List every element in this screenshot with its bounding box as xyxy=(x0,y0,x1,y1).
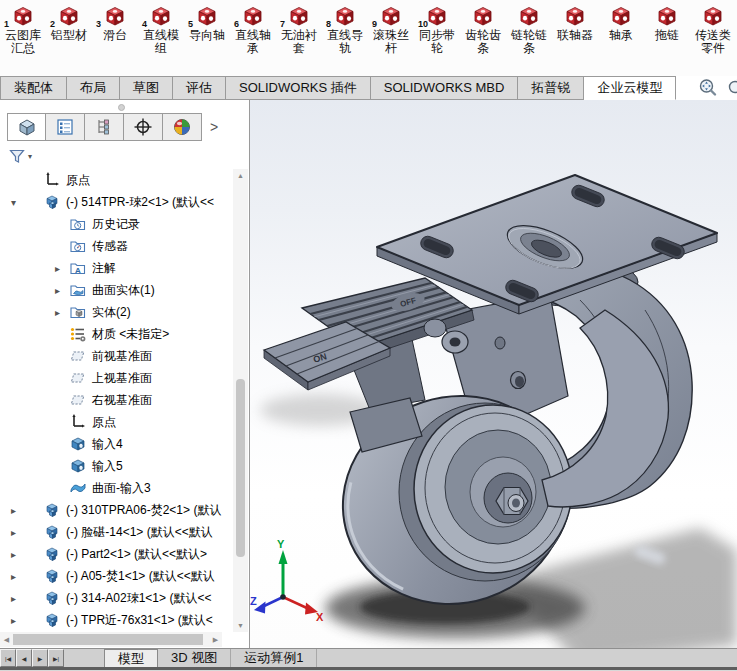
tab-assembly[interactable]: 装配体 xyxy=(0,76,67,100)
tree-horizontal-scrollbar[interactable]: ◀ ▶ xyxy=(0,632,222,647)
tree-item-label: (-) A05-焚1<1> (默认<<默认 xyxy=(66,568,215,585)
tree-item-sensors[interactable]: 传感器 xyxy=(0,235,234,257)
toolbar-item-label: 滚珠丝杆 xyxy=(368,29,414,55)
toolbar-item-linear-bearing[interactable]: 6 直线轴承 xyxy=(230,4,276,55)
toolbar-item-ballscrew[interactable]: 9 滚珠丝杆 xyxy=(368,4,414,55)
tree-item-surface-import3[interactable]: 曲面-输入3 xyxy=(0,477,234,499)
filter-funnel-icon[interactable] xyxy=(9,149,25,164)
tree-item-component[interactable]: ▸ (-) A05-焚1<1> (默认<<默认 xyxy=(0,565,234,587)
scroll-right-icon[interactable]: ▶ xyxy=(209,632,222,647)
previous-study-button[interactable]: ◀ xyxy=(16,649,32,667)
tree-item-material[interactable]: 材质 <未指定> xyxy=(0,323,234,345)
tab-layout[interactable]: 布局 xyxy=(67,76,120,100)
tab-displaymanager[interactable] xyxy=(163,113,202,141)
toolbar-item-coupling[interactable]: 联轴器 xyxy=(552,4,598,42)
toolbar-item-sprocket-chain[interactable]: 链轮链条 xyxy=(506,4,552,55)
shortcut-badge: 8 xyxy=(326,19,331,29)
toolbar-item-aluminum[interactable]: 2 铝型材 xyxy=(46,4,92,42)
expander-icon[interactable]: ▸ xyxy=(6,615,21,626)
tab-solidworks-addins[interactable]: SOLIDWORKS 插件 xyxy=(226,76,371,100)
tree-item-import5[interactable]: 输入5 xyxy=(0,455,234,477)
expander-icon[interactable]: ▸ xyxy=(6,505,21,516)
expander-icon[interactable]: ▸ xyxy=(6,549,21,560)
tree-item-history[interactable]: 历史记录 xyxy=(0,213,234,235)
panel-splitter-handle[interactable] xyxy=(118,104,125,111)
expander-icon[interactable]: ▾ xyxy=(6,197,21,208)
toolbar-item-cloud-library[interactable]: 1 云图库汇总 xyxy=(0,4,46,55)
tab-featuremanager-tree[interactable] xyxy=(7,113,46,141)
toolbar-item-guide-shaft[interactable]: 5 导向轴 xyxy=(184,4,230,42)
tab-solidworks-mbd[interactable]: SOLIDWORKS MBD xyxy=(371,76,519,100)
document-tab-bar: |◀ ◀ ▶ ▶| 模型 3D 视图 运动算例1 xyxy=(0,648,737,667)
tab-configurationmanager[interactable] xyxy=(85,113,124,141)
tree-item-import4[interactable]: 输入4 xyxy=(0,433,234,455)
tree-item-component[interactable]: ▸ (-) Part2<1> (默认<<默认> xyxy=(0,543,234,565)
shortcut-badge: 6 xyxy=(234,19,239,29)
tab-dimxpertmanager[interactable] xyxy=(124,113,163,141)
tree-item-solid-bodies[interactable]: ▸ 实体(2) xyxy=(0,301,234,323)
tree-vertical-scrollbar[interactable]: ▲ ▼ xyxy=(233,169,248,632)
zoom-to-fit-icon[interactable] xyxy=(698,78,718,98)
expander-icon[interactable]: ▸ xyxy=(50,263,65,274)
tree-item-component[interactable]: ▸ (-) 310TPRA06-焚2<1> (默认 xyxy=(0,499,234,521)
zoom-to-area-icon[interactable] xyxy=(727,78,737,98)
scrollbar-thumb[interactable] xyxy=(236,379,245,557)
toolbar-item-bearing[interactable]: 轴承 xyxy=(598,4,644,42)
plane-icon xyxy=(69,369,87,387)
toolbar-item-slide-table[interactable]: 3 滑台 xyxy=(92,4,138,42)
sw-cube-icon xyxy=(11,4,35,28)
tree-item-component[interactable]: ▸ (-) 314-A02琜1<1> (默认<< xyxy=(0,587,234,609)
tree-item-top-plane[interactable]: 上视基准面 xyxy=(0,367,234,389)
history-icon xyxy=(69,215,87,233)
tree-item-surface-bodies[interactable]: ▸ 曲面实体(1) xyxy=(0,279,234,301)
tree-item-origin[interactable]: 原点 xyxy=(0,169,234,191)
toolbar-item-label: 同步带轮 xyxy=(414,29,460,55)
tree-item-component[interactable]: ▾ (-) 514TPR-琜2<1> (默认<< xyxy=(0,191,234,213)
expander-icon[interactable]: ▸ xyxy=(6,593,21,604)
scrollbar-thumb[interactable] xyxy=(13,634,203,645)
toolbar-item-linear-rail[interactable]: 8 直线导轨 xyxy=(322,4,368,55)
tree-item-annotations[interactable]: ▸ 注解 xyxy=(0,257,234,279)
sw-cube-icon xyxy=(333,4,357,28)
scroll-up-icon[interactable]: ▲ xyxy=(233,169,248,182)
panel-tabs-overflow-chevron[interactable]: > xyxy=(202,119,226,135)
expander-icon[interactable]: ▸ xyxy=(50,285,65,296)
tree-item-label: 曲面-输入3 xyxy=(92,480,151,497)
3d-viewport-canvas[interactable]: OFF ON xyxy=(250,100,737,648)
graphics-area[interactable]: OFF ON xyxy=(250,100,737,648)
next-study-button[interactable]: ▶ xyxy=(32,649,48,667)
scroll-left-icon[interactable]: ◀ xyxy=(0,632,13,647)
toolbar-item-gear-rack[interactable]: 齿轮齿条 xyxy=(460,4,506,55)
tree-item-front-plane[interactable]: 前视基准面 xyxy=(0,345,234,367)
toolbar-item-drag-chain[interactable]: 拖链 xyxy=(644,4,690,42)
toolbar-item-linear-module[interactable]: 4 直线模组 xyxy=(138,4,184,55)
tab-propertymanager[interactable] xyxy=(46,113,85,141)
expander-icon[interactable]: ▸ xyxy=(50,307,65,318)
tab-enterprise-cloud-model[interactable]: 企业云模型 xyxy=(584,76,676,100)
component-icon xyxy=(43,589,61,607)
tree-item-label: 输入4 xyxy=(92,436,123,453)
tab-evaluate[interactable]: 评估 xyxy=(173,76,226,100)
tree-item-label: 原点 xyxy=(66,172,90,189)
sw-cube-icon xyxy=(471,4,495,28)
tree-item-right-plane[interactable]: 右视基准面 xyxy=(0,389,234,411)
toolbar-item-oilless-bushing[interactable]: 7 无油衬套 xyxy=(276,4,322,55)
sw-cube-icon xyxy=(241,4,265,28)
tab-3d-views[interactable]: 3D 视图 xyxy=(158,649,231,667)
tree-item-component[interactable]: ▸ (-) 脸碪-14<1> (默认<<默认 xyxy=(0,521,234,543)
toolbar-item-conveyor-parts[interactable]: 传送类零件 xyxy=(690,4,736,55)
toolbar-item-timing-pulley[interactable]: 10 同步带轮 xyxy=(414,4,460,55)
tree-item-component[interactable]: ▸ (-) TPR近-76x31<1> (默认< xyxy=(0,609,234,631)
tab-sketch[interactable]: 草图 xyxy=(120,76,173,100)
first-study-button[interactable]: |◀ xyxy=(0,649,16,667)
plugin-toolbar: 1 云图库汇总 2 铝型材 3 滑台 4 直线模组 5 导向轴 6 直线轴承 xyxy=(0,0,737,76)
last-study-button[interactable]: ▶| xyxy=(48,649,64,667)
tab-motion-study-1[interactable]: 运动算例1 xyxy=(231,649,317,667)
tab-model[interactable]: 模型 xyxy=(104,649,158,667)
scroll-down-icon[interactable]: ▼ xyxy=(233,619,248,632)
filter-dropdown-caret[interactable]: ▾ xyxy=(28,152,32,161)
tab-toprui[interactable]: 拓普锐 xyxy=(518,76,584,100)
tree-item-origin-child[interactable]: 原点 xyxy=(0,411,234,433)
expander-icon[interactable]: ▸ xyxy=(6,527,21,538)
expander-icon[interactable]: ▸ xyxy=(6,571,21,582)
